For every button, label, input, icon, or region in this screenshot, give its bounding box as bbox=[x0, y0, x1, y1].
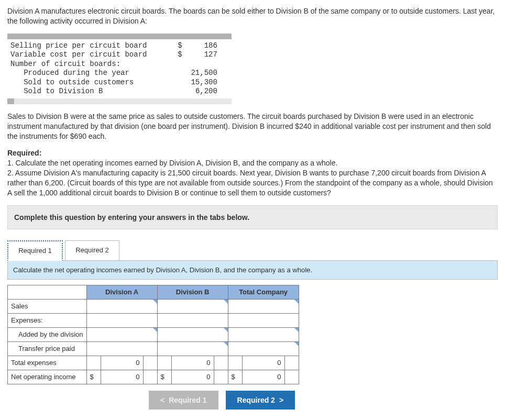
header-division-a: Division A bbox=[86, 285, 157, 299]
cell-added-a[interactable] bbox=[86, 327, 157, 341]
cell-sales-a[interactable] bbox=[86, 299, 157, 313]
chevron-left-icon: < bbox=[160, 396, 164, 404]
cell-sales-total[interactable] bbox=[228, 299, 299, 313]
cell-transfer-b[interactable] bbox=[157, 341, 228, 356]
cell-noi-a-sym: $ bbox=[86, 370, 101, 384]
cell-noi-c-val: 0 bbox=[242, 370, 284, 384]
tabs-row: Required 1 Required 2 bbox=[7, 240, 498, 260]
prev-label: Required 1 bbox=[169, 396, 206, 404]
cell-expenses-a bbox=[86, 313, 157, 327]
row-noi: Net operating income $ 0 $ 0 $ 0 bbox=[8, 370, 299, 384]
next-button[interactable]: Required 2 > bbox=[226, 391, 295, 410]
tab-required-1[interactable]: Required 1 bbox=[7, 240, 63, 261]
row-sales: Sales bbox=[8, 299, 299, 313]
required-heading: Required: bbox=[7, 149, 41, 157]
cell-total-a-sym bbox=[86, 356, 101, 370]
row-expenses: Expenses: bbox=[8, 313, 299, 327]
blank-header bbox=[8, 285, 87, 299]
cell-added-total[interactable] bbox=[228, 327, 299, 341]
label-expenses: Expenses: bbox=[8, 313, 87, 327]
cell-expenses-total bbox=[228, 313, 299, 327]
required-block: Required: 1. Calculate the net operating… bbox=[7, 148, 498, 197]
required-item-2: 2. Assume Division A's manufacturing cap… bbox=[7, 169, 493, 197]
cell-sales-b[interactable] bbox=[157, 299, 228, 313]
answer-table: Division A Division B Total Company Sale… bbox=[7, 285, 299, 384]
header-total-company: Total Company bbox=[228, 285, 299, 299]
cell-noi-b-val: 0 bbox=[171, 370, 214, 384]
chevron-right-icon: > bbox=[279, 396, 283, 404]
label-total: Total expenses bbox=[8, 356, 87, 370]
header-division-b: Division B bbox=[157, 285, 228, 299]
activity-data: Selling price per circuit board $ 186 Va… bbox=[10, 41, 498, 96]
cell-transfer-a[interactable] bbox=[86, 341, 157, 356]
label-noi: Net operating income bbox=[8, 370, 87, 384]
label-added: Added by the division bbox=[8, 327, 87, 341]
cell-added-b[interactable] bbox=[157, 327, 228, 341]
data-table-block: Selling price per circuit board $ 186 Va… bbox=[7, 34, 498, 104]
cell-total-a-val: 0 bbox=[101, 356, 143, 370]
cell-noi-c-sym: $ bbox=[228, 370, 242, 384]
sub-instruction: Calculate the net operating incomes earn… bbox=[7, 260, 498, 280]
row-transfer: Transfer price paid bbox=[8, 341, 299, 356]
row-added: Added by the division bbox=[8, 327, 299, 341]
cell-total-b-val: 0 bbox=[171, 356, 214, 370]
scroll-bottom[interactable] bbox=[7, 98, 232, 104]
instruction-bar: Complete this question by entering your … bbox=[7, 205, 498, 229]
nav-row: < Required 1 Required 2 > bbox=[149, 391, 498, 410]
tab-required-2[interactable]: Required 2 bbox=[65, 240, 119, 261]
prev-button: < Required 1 bbox=[149, 391, 218, 410]
cell-noi-a-val: 0 bbox=[101, 370, 143, 384]
mid-text: Sales to Division B were at the same pri… bbox=[7, 112, 498, 141]
cell-transfer-total[interactable] bbox=[228, 341, 299, 356]
scroll-top[interactable] bbox=[7, 34, 232, 39]
cell-noi-b-sym: $ bbox=[157, 370, 171, 384]
cell-total-c-sym bbox=[228, 356, 242, 370]
required-item-1: 1. Calculate the net operating incomes e… bbox=[7, 159, 337, 167]
cell-total-b-sym bbox=[157, 356, 171, 370]
label-sales: Sales bbox=[8, 299, 87, 313]
intro-text: Division A manufactures electronic circu… bbox=[7, 6, 498, 26]
cell-total-c-val: 0 bbox=[242, 356, 284, 370]
next-label: Required 2 bbox=[237, 396, 275, 404]
row-total: Total expenses 0 0 0 bbox=[8, 356, 299, 370]
label-transfer: Transfer price paid bbox=[8, 341, 87, 356]
cell-expenses-b bbox=[157, 313, 228, 327]
